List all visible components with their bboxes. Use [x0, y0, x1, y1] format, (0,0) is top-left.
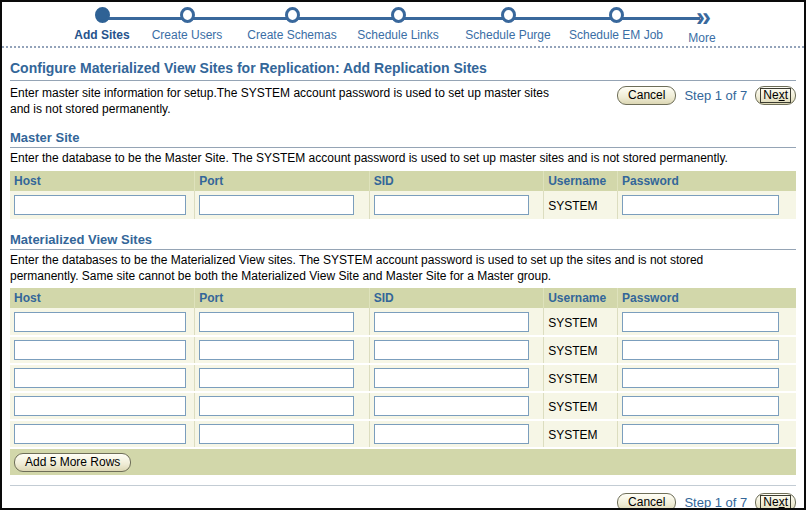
step-circle-filled-icon — [95, 7, 110, 23]
train-step-label: Create Users — [132, 28, 242, 42]
train-step-label: Create Schemas — [237, 28, 347, 42]
page-title: Configure Materialized View Sites for Re… — [10, 54, 796, 81]
mv-sites-description: Enter the databases to be the Materializ… — [10, 253, 770, 284]
next-button-focus-ring: Next — [760, 88, 791, 103]
table-footer-row: Add 5 More Rows — [10, 448, 796, 475]
mv-row3-host-input[interactable] — [14, 368, 186, 388]
step-indicator: Step 1 of 7 — [684, 88, 747, 103]
train-step-schedule-links[interactable]: Schedule Links — [343, 7, 453, 42]
cancel-button-label: Cancel — [628, 495, 665, 509]
cancel-button-label: Cancel — [628, 88, 665, 102]
col-header-sid: SID — [369, 171, 543, 191]
col-header-username: Username — [544, 288, 618, 308]
mv-row2-port-input[interactable] — [199, 340, 354, 360]
col-header-username: Username — [544, 171, 618, 191]
master-site-description: Enter the database to be the Master Site… — [10, 151, 770, 167]
mv-row4-port-input[interactable] — [199, 396, 354, 416]
mv-row2-sid-input[interactable] — [374, 340, 529, 360]
master-site-table: Host Port SID Username Password SYSTEM — [10, 171, 796, 219]
col-header-port: Port — [195, 288, 369, 308]
master-host-input[interactable] — [14, 195, 186, 215]
cancel-button[interactable]: Cancel — [617, 86, 676, 105]
train-step-create-schemas[interactable]: Create Schemas — [237, 7, 347, 42]
master-password-input[interactable] — [622, 195, 779, 215]
table-row: SYSTEM — [10, 392, 796, 420]
add-rows-button-label: Add 5 More Rows — [25, 455, 120, 469]
add-5-more-rows-button[interactable]: Add 5 More Rows — [14, 453, 131, 472]
mv-row4-password-input[interactable] — [622, 396, 779, 416]
mv-row1-username-value: SYSTEM — [548, 316, 597, 330]
next-button-label: t — [785, 88, 788, 102]
train-step-create-users[interactable]: Create Users — [132, 7, 242, 42]
col-header-host: Host — [10, 171, 195, 191]
next-button-label: Ne — [763, 495, 778, 509]
mv-row4-host-input[interactable] — [14, 396, 186, 416]
mv-row5-port-input[interactable] — [199, 424, 354, 444]
train-step-label: Schedule Links — [343, 28, 453, 42]
master-site-heading: Master Site — [10, 130, 796, 148]
col-header-password: Password — [618, 171, 796, 191]
mv-row3-password-input[interactable] — [622, 368, 779, 388]
train-step-label: Schedule Purge — [453, 28, 563, 42]
col-header-sid: SID — [369, 288, 543, 308]
table-row: SYSTEM — [10, 336, 796, 364]
mv-row1-password-input[interactable] — [622, 312, 779, 332]
master-sid-input[interactable] — [374, 195, 529, 215]
table-row: SYSTEM — [10, 308, 796, 336]
next-button-label: t — [785, 495, 788, 509]
mv-row1-sid-input[interactable] — [374, 312, 529, 332]
step-indicator-bottom: Step 1 of 7 — [684, 495, 747, 510]
master-port-input[interactable] — [199, 195, 354, 215]
master-username-value: SYSTEM — [548, 199, 597, 213]
mv-row4-sid-input[interactable] — [374, 396, 529, 416]
mv-row4-username-value: SYSTEM — [548, 400, 597, 414]
table-header-row: Host Port SID Username Password — [10, 171, 796, 191]
mv-row2-host-input[interactable] — [14, 340, 186, 360]
mv-row5-sid-input[interactable] — [374, 424, 529, 444]
step-circle-icon — [609, 7, 624, 23]
mv-row3-sid-input[interactable] — [374, 368, 529, 388]
mv-row2-password-input[interactable] — [622, 340, 779, 360]
mv-row2-username-value: SYSTEM — [548, 344, 597, 358]
next-button-label: Ne — [763, 88, 778, 102]
mv-row1-port-input[interactable] — [199, 312, 354, 332]
table-row: SYSTEM — [10, 191, 796, 219]
col-header-password: Password — [618, 288, 796, 308]
table-row: SYSTEM — [10, 364, 796, 392]
mv-row3-port-input[interactable] — [199, 368, 354, 388]
cancel-button-bottom[interactable]: Cancel — [617, 493, 676, 510]
mv-row5-username-value: SYSTEM — [548, 428, 597, 442]
col-header-port: Port — [195, 171, 369, 191]
train-step-schedule-purge[interactable]: Schedule Purge — [453, 7, 563, 42]
mv-sites-table: Host Port SID Username Password SYSTEM S… — [10, 288, 796, 475]
col-header-host: Host — [10, 288, 195, 308]
train-step-more[interactable]: » More — [647, 7, 757, 45]
next-button[interactable]: Next — [755, 86, 796, 105]
step-circle-icon — [180, 7, 195, 23]
step-circle-icon — [391, 7, 406, 23]
train-step-label: More — [647, 31, 757, 45]
next-button-focus-ring: Next — [760, 495, 791, 510]
intro-text: Enter master site information for setup.… — [10, 85, 565, 117]
step-circle-icon — [501, 7, 516, 23]
double-chevron-right-icon: » — [696, 7, 708, 27]
table-row: SYSTEM — [10, 420, 796, 448]
next-button-bottom[interactable]: Next — [755, 493, 796, 510]
table-header-row: Host Port SID Username Password — [10, 288, 796, 308]
bottom-action-group: Cancel Step 1 of 7 Next — [10, 486, 796, 510]
mv-row3-username-value: SYSTEM — [548, 372, 597, 386]
step-circle-icon — [285, 7, 300, 23]
mv-sites-heading: Materialized View Sites — [10, 232, 796, 250]
mv-row1-host-input[interactable] — [14, 312, 186, 332]
mv-row5-host-input[interactable] — [14, 424, 186, 444]
wizard-train: Add Sites Create Users Create Schemas Sc… — [2, 2, 804, 48]
mv-row5-password-input[interactable] — [622, 424, 779, 444]
top-action-group: Cancel Step 1 of 7 Next — [617, 86, 796, 105]
